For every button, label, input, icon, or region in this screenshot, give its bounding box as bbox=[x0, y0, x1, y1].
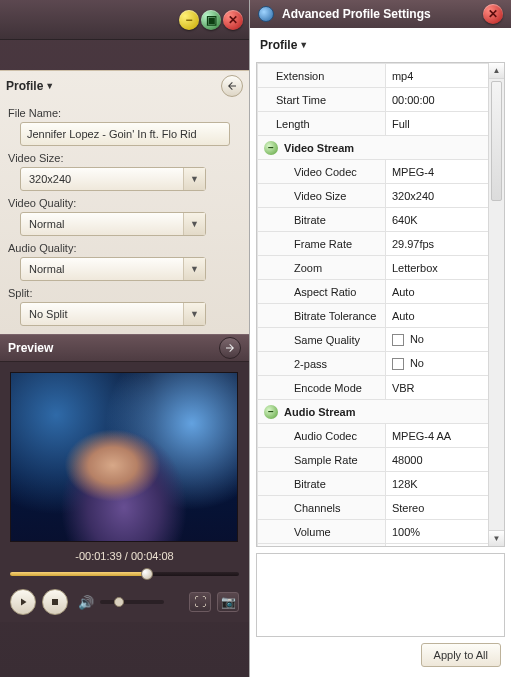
table-row[interactable]: Disable AudioNo bbox=[258, 544, 504, 547]
checkbox-icon[interactable] bbox=[392, 334, 404, 346]
table-row[interactable]: ChannelsStereo bbox=[258, 496, 504, 520]
back-button[interactable] bbox=[221, 75, 243, 97]
description-box bbox=[256, 553, 505, 637]
table-row[interactable]: Audio CodecMPEG-4 AA bbox=[258, 424, 504, 448]
scroll-down-icon[interactable]: ▼ bbox=[489, 530, 504, 546]
table-row[interactable]: ZoomLetterbox bbox=[258, 256, 504, 280]
seek-thumb[interactable] bbox=[141, 568, 153, 580]
table-row[interactable]: LengthFull bbox=[258, 112, 504, 136]
stop-icon bbox=[49, 596, 61, 608]
audio-quality-value: Normal bbox=[21, 258, 183, 280]
maximize-button[interactable]: ▣ bbox=[201, 10, 221, 30]
chevron-down-icon: ▼ bbox=[183, 258, 205, 280]
apply-to-all-button[interactable]: Apply to All bbox=[421, 643, 501, 667]
minimize-button[interactable]: − bbox=[179, 10, 199, 30]
table-row[interactable]: Encode ModeVBR bbox=[258, 376, 504, 400]
profile-header-label: Profile bbox=[6, 79, 43, 93]
collapse-icon[interactable]: − bbox=[264, 141, 278, 155]
table-row[interactable]: Volume100% bbox=[258, 520, 504, 544]
video-stream-section[interactable]: −Video Stream bbox=[258, 136, 504, 160]
audio-quality-combo[interactable]: Normal ▼ bbox=[20, 257, 206, 281]
video-frame[interactable] bbox=[10, 372, 238, 542]
dropdown-icon: ▼ bbox=[45, 81, 54, 91]
profile-sub-header[interactable]: Profile ▼ bbox=[250, 28, 511, 62]
volume-slider[interactable] bbox=[100, 600, 164, 604]
table-row[interactable]: Sample Rate48000 bbox=[258, 448, 504, 472]
svg-rect-0 bbox=[52, 599, 58, 605]
video-size-label: Video Size: bbox=[8, 152, 243, 164]
preview-header: Preview bbox=[0, 334, 249, 362]
property-grid: Extensionmp4 Start Time00:00:00 LengthFu… bbox=[256, 62, 505, 547]
split-value: No Split bbox=[21, 303, 183, 325]
chevron-down-icon: ▼ bbox=[183, 168, 205, 190]
audio-quality-label: Audio Quality: bbox=[8, 242, 243, 254]
arrow-right-icon bbox=[224, 342, 236, 354]
table-row[interactable]: Same QualityNo bbox=[258, 328, 504, 352]
close-button[interactable]: ✕ bbox=[223, 10, 243, 30]
file-name-label: File Name: bbox=[8, 107, 243, 119]
split-label: Split: bbox=[8, 287, 243, 299]
video-quality-combo[interactable]: Normal ▼ bbox=[20, 212, 206, 236]
table-row[interactable]: Video CodecMPEG-4 bbox=[258, 160, 504, 184]
seek-bar[interactable] bbox=[0, 566, 249, 582]
preview-header-label: Preview bbox=[8, 341, 53, 355]
advanced-title-bar: Advanced Profile Settings ✕ bbox=[250, 0, 511, 28]
settings-icon bbox=[258, 6, 274, 22]
checkbox-icon[interactable] bbox=[392, 358, 404, 370]
expand-preview-button[interactable] bbox=[219, 337, 241, 359]
chevron-down-icon: ▼ bbox=[183, 213, 205, 235]
scroll-thumb[interactable] bbox=[491, 81, 502, 201]
window-controls: − ▣ ✕ bbox=[0, 0, 249, 40]
table-row[interactable]: Bitrate640K bbox=[258, 208, 504, 232]
audio-stream-section[interactable]: −Audio Stream bbox=[258, 400, 504, 424]
play-button[interactable] bbox=[10, 589, 36, 615]
play-icon bbox=[17, 596, 29, 608]
profile-header[interactable]: Profile ▼ bbox=[6, 79, 54, 93]
snapshot-button[interactable]: 📷 bbox=[217, 592, 239, 612]
volume-thumb[interactable] bbox=[114, 597, 124, 607]
volume-icon[interactable]: 🔊 bbox=[78, 595, 94, 610]
playback-controls: 🔊 ⛶ 📷 bbox=[0, 582, 249, 622]
table-row[interactable]: Extensionmp4 bbox=[258, 64, 504, 88]
table-row[interactable]: Video Size320x240 bbox=[258, 184, 504, 208]
table-row[interactable]: Start Time00:00:00 bbox=[258, 88, 504, 112]
profile-panel: Profile ▼ File Name: Video Size: 320x240… bbox=[0, 70, 249, 334]
video-size-combo[interactable]: 320x240 ▼ bbox=[20, 167, 206, 191]
table-row[interactable]: 2-passNo bbox=[258, 352, 504, 376]
split-combo[interactable]: No Split ▼ bbox=[20, 302, 206, 326]
collapse-icon[interactable]: − bbox=[264, 405, 278, 419]
profile-sub-label: Profile bbox=[260, 38, 297, 52]
dropdown-icon: ▼ bbox=[299, 40, 308, 50]
advanced-title: Advanced Profile Settings bbox=[282, 7, 431, 21]
video-quality-value: Normal bbox=[21, 213, 183, 235]
stop-button[interactable] bbox=[42, 589, 68, 615]
video-size-value: 320x240 bbox=[21, 168, 183, 190]
table-row[interactable]: Frame Rate29.97fps bbox=[258, 232, 504, 256]
time-display: -00:01:39 / 00:04:08 bbox=[0, 542, 249, 566]
table-row[interactable]: Bitrate ToleranceAuto bbox=[258, 304, 504, 328]
video-quality-label: Video Quality: bbox=[8, 197, 243, 209]
scroll-up-icon[interactable]: ▲ bbox=[489, 63, 504, 79]
table-row[interactable]: Bitrate128K bbox=[258, 472, 504, 496]
scrollbar[interactable]: ▲ ▼ bbox=[488, 63, 504, 546]
file-name-input[interactable] bbox=[20, 122, 230, 146]
arrow-left-icon bbox=[226, 80, 238, 92]
advanced-close-button[interactable]: ✕ bbox=[483, 4, 503, 24]
chevron-down-icon: ▼ bbox=[183, 303, 205, 325]
table-row[interactable]: Aspect RatioAuto bbox=[258, 280, 504, 304]
video-thumbnail bbox=[11, 373, 237, 541]
video-area bbox=[0, 362, 249, 542]
fullscreen-button[interactable]: ⛶ bbox=[189, 592, 211, 612]
